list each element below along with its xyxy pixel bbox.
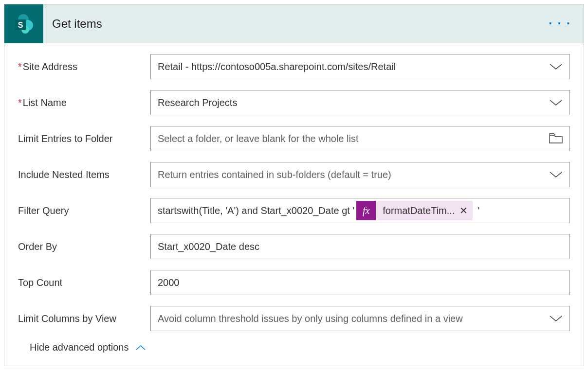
label-include-nested: Include Nested Items xyxy=(18,169,150,180)
limit-folder-picker[interactable]: Select a folder, or leave blank for the … xyxy=(150,126,570,151)
row-order-by: Order By Start_x0020_Date desc xyxy=(18,234,570,259)
row-limit-columns: Limit Columns by View Avoid column thres… xyxy=(18,306,570,331)
chevron-down-icon xyxy=(549,315,563,322)
card-title: Get items xyxy=(52,17,549,31)
limit-columns-dropdown[interactable]: Avoid column threshold issues by only us… xyxy=(150,306,570,331)
sharepoint-icon: S xyxy=(4,4,43,43)
row-include-nested: Include Nested Items Return entries cont… xyxy=(18,162,570,187)
limit-columns-placeholder: Avoid column threshold issues by only us… xyxy=(158,313,544,324)
include-nested-dropdown[interactable]: Return entries contained in sub-folders … xyxy=(150,162,570,187)
row-limit-folder: Limit Entries to Folder Select a folder,… xyxy=(18,126,570,151)
label-limit-folder: Limit Entries to Folder xyxy=(18,133,150,144)
chevron-down-icon xyxy=(549,63,563,70)
chevron-down-icon xyxy=(549,99,563,106)
site-address-dropdown[interactable]: Retail - https://contoso005a.sharepoint.… xyxy=(150,54,570,79)
row-filter-query: Filter Query startswith(Title, 'A') and … xyxy=(18,198,570,223)
list-name-value: Research Projects xyxy=(158,97,544,108)
folder-icon[interactable] xyxy=(549,133,563,144)
label-site-address: *Site Address xyxy=(18,61,150,72)
chevron-down-icon xyxy=(549,171,563,178)
remove-expression-button[interactable]: ✕ xyxy=(459,205,468,216)
fx-icon: fx xyxy=(356,201,376,220)
hide-advanced-options-button[interactable]: Hide advanced options xyxy=(30,342,570,353)
limit-folder-placeholder: Select a folder, or leave blank for the … xyxy=(158,133,544,144)
card-header[interactable]: S Get items · · · xyxy=(4,4,584,43)
site-address-value: Retail - https://contoso005a.sharepoint.… xyxy=(158,61,544,72)
label-order-by: Order By xyxy=(18,241,150,252)
action-card: S Get items · · · *Site Address Retail -… xyxy=(4,4,584,366)
chevron-up-icon xyxy=(135,345,146,351)
list-name-dropdown[interactable]: Research Projects xyxy=(150,90,570,115)
top-count-input[interactable]: 2000 xyxy=(150,270,570,295)
row-list-name: *List Name Research Projects xyxy=(18,90,570,115)
order-by-input[interactable]: Start_x0020_Date desc xyxy=(150,234,570,259)
expression-token[interactable]: fx formatDateTim... ✕ xyxy=(356,201,473,220)
top-count-value: 2000 xyxy=(158,277,563,288)
more-menu-button[interactable]: · · · xyxy=(549,16,571,31)
advanced-toggle-label: Hide advanced options xyxy=(30,342,129,353)
filter-query-suffix: ' xyxy=(478,205,479,216)
label-list-name: *List Name xyxy=(18,97,150,108)
filter-query-text: startswith(Title, 'A') and Start_x0020_D… xyxy=(158,205,354,216)
svg-text:S: S xyxy=(18,21,23,29)
row-site-address: *Site Address Retail - https://contoso00… xyxy=(18,54,570,79)
order-by-value: Start_x0020_Date desc xyxy=(158,241,563,252)
expression-label: formatDateTim... xyxy=(383,205,455,216)
include-nested-placeholder: Return entries contained in sub-folders … xyxy=(158,169,544,180)
label-limit-columns: Limit Columns by View xyxy=(18,313,150,324)
card-body: *Site Address Retail - https://contoso00… xyxy=(4,43,584,366)
label-filter-query: Filter Query xyxy=(18,205,150,216)
label-top-count: Top Count xyxy=(18,277,150,288)
row-top-count: Top Count 2000 xyxy=(18,270,570,295)
filter-query-input[interactable]: startswith(Title, 'A') and Start_x0020_D… xyxy=(150,198,570,223)
